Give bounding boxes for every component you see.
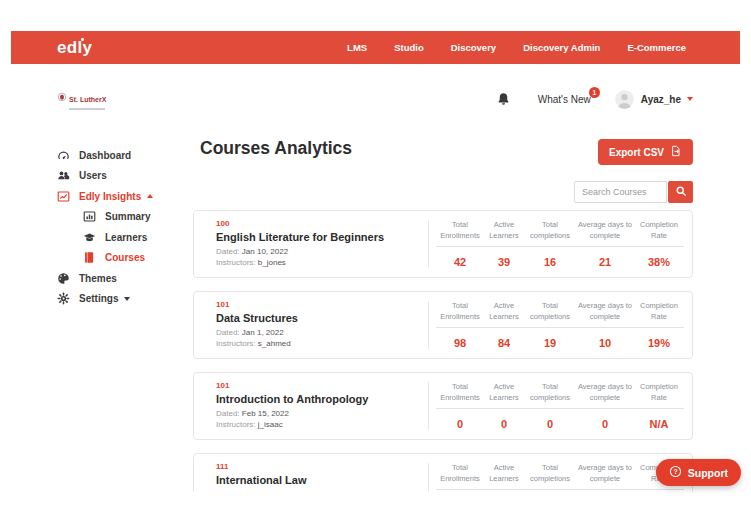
stat-header: Active Learners (484, 382, 524, 409)
sidebar-item-label: Summary (105, 211, 151, 222)
topnav-item-discovery-admin[interactable]: Discovery Admin (523, 42, 600, 53)
stat-header: Total Enrollments (436, 382, 484, 409)
stat-header: Total completions (524, 220, 576, 247)
sidebar-item-label: Learners (105, 232, 147, 243)
org-logo[interactable]: St. LutherX (57, 88, 106, 110)
stat-col: Average days to complete (576, 463, 634, 492)
course-stats: Total EnrollmentsActive LearnersTotal co… (436, 463, 684, 492)
search-button[interactable] (668, 181, 693, 203)
search-bar (574, 181, 693, 203)
header-right: What's New 1 Ayaz_he (496, 90, 693, 109)
search-input[interactable] (574, 181, 667, 203)
dashboard-icon (57, 149, 70, 162)
sidebar-item-users[interactable]: Users (57, 166, 197, 187)
topnav-item-studio[interactable]: Studio (394, 42, 424, 53)
stat-header: Active Learners (484, 220, 524, 247)
card-divider (428, 463, 429, 492)
export-csv-label: Export CSV (609, 147, 664, 158)
stat-value: 10 (576, 337, 634, 349)
stat-col: Total completions0 (524, 382, 576, 430)
course-card: 100English Literature for BeginnersDated… (193, 210, 693, 278)
user-menu[interactable]: Ayaz_he (615, 90, 693, 109)
sidebar-item-summary[interactable]: Summary (57, 207, 197, 228)
stat-col: Active Learners39 (484, 220, 524, 268)
stat-header: Total Enrollments (436, 220, 484, 247)
file-export-icon (670, 145, 682, 159)
course-name: Data Structures (216, 312, 298, 324)
card-divider (428, 382, 429, 430)
topnav-item-lms[interactable]: LMS (347, 42, 367, 53)
course-card: 101Data StructuresDated: Jan 1, 2022Inst… (193, 291, 693, 359)
topnav-item-e-commerce[interactable]: E-Commerce (627, 42, 686, 53)
learners-icon (83, 231, 96, 244)
course-info: 100English Literature for BeginnersDated… (216, 219, 384, 267)
course-info: 101Introduction to AnthropologyDated: Fe… (216, 381, 368, 429)
course-dated: Dated: Feb 15, 2022 (216, 409, 368, 418)
users-icon (57, 169, 70, 182)
topnav-item-discovery[interactable]: Discovery (451, 42, 496, 53)
sidebar: DashboardUsersEdly InsightsSummaryLearne… (57, 145, 197, 309)
sidebar-item-label: Settings (79, 293, 118, 304)
edly-logo-text: edly (57, 38, 92, 57)
course-stats: Total Enrollments0Active Learners0Total … (436, 382, 684, 430)
card-divider (428, 220, 429, 268)
stat-col: Total Enrollments42 (436, 220, 484, 268)
course-dated: Dated: (216, 490, 306, 492)
stat-header: Completion Rate (634, 301, 684, 328)
sidebar-item-settings[interactable]: Settings (57, 289, 197, 310)
sub-header: St. LutherX What's New 1 Ayaz_he (57, 86, 693, 112)
stat-value: 19% (634, 337, 684, 349)
insights-icon (57, 190, 70, 203)
sidebar-item-dashboard[interactable]: Dashboard (57, 145, 197, 166)
stat-col: Average days to complete21 (576, 220, 634, 268)
top-navbar: edly LMSStudioDiscoveryDiscovery AdminE-… (11, 31, 740, 64)
search-icon (675, 185, 687, 200)
course-dated: Dated: Jan 1, 2022 (216, 328, 298, 337)
stat-header: Active Learners (484, 463, 524, 490)
course-card: 111International LawDated: Instructors: … (193, 453, 693, 492)
sidebar-item-learners[interactable]: Learners (57, 227, 197, 248)
export-csv-button[interactable]: Export CSV (598, 139, 693, 165)
stat-col: Completion RateN/A (634, 382, 684, 430)
themes-icon (57, 272, 70, 285)
course-stats: Total Enrollments98Active Learners84Tota… (436, 301, 684, 349)
stat-header: Total Enrollments (436, 463, 484, 490)
stat-header: Average days to complete (576, 301, 634, 328)
edly-logo[interactable]: edly (57, 38, 92, 58)
notification-badge: 1 (589, 87, 600, 98)
card-divider (428, 301, 429, 349)
whats-new-link[interactable]: What's New 1 (538, 94, 591, 105)
settings-icon (57, 292, 70, 305)
sidebar-item-themes[interactable]: Themes (57, 268, 197, 289)
sidebar-item-label: Courses (105, 252, 145, 263)
stat-value: 38% (634, 256, 684, 268)
stat-header: Completion Rate (634, 220, 684, 247)
bell-icon[interactable] (496, 91, 511, 107)
sidebar-item-courses[interactable]: Courses (57, 248, 197, 269)
sidebar-item-edly-insights[interactable]: Edly Insights (57, 186, 197, 207)
stat-value: 98 (436, 337, 484, 349)
stat-col: Average days to complete10 (576, 301, 634, 349)
stat-value: 42 (436, 256, 484, 268)
course-name: Introduction to Anthropology (216, 393, 368, 405)
stat-col: Total Enrollments0 (436, 382, 484, 430)
stat-header: Average days to complete (576, 382, 634, 409)
stat-value: 0 (576, 418, 634, 430)
sidebar-item-label: Themes (79, 273, 117, 284)
stat-col: Total Enrollments98 (436, 301, 484, 349)
org-crest-icon (57, 88, 67, 106)
course-instructors: Instructors: s_ahmed (216, 339, 298, 348)
stat-col: Active Learners84 (484, 301, 524, 349)
stat-col: Total completions (524, 463, 576, 492)
caret-down-icon (124, 297, 130, 301)
svg-text:?: ? (673, 468, 677, 475)
course-stats: Total Enrollments42Active Learners39Tota… (436, 220, 684, 268)
stat-col: Completion Rate19% (634, 301, 684, 349)
course-dated: Dated: Jan 10, 2022 (216, 247, 384, 256)
stat-value: 0 (524, 418, 576, 430)
course-info: 101Data StructuresDated: Jan 1, 2022Inst… (216, 300, 298, 348)
caret-down-icon (687, 97, 693, 101)
support-button[interactable]: ? Support (656, 459, 741, 486)
stat-header: Total Enrollments (436, 301, 484, 328)
org-tagline (69, 108, 105, 110)
